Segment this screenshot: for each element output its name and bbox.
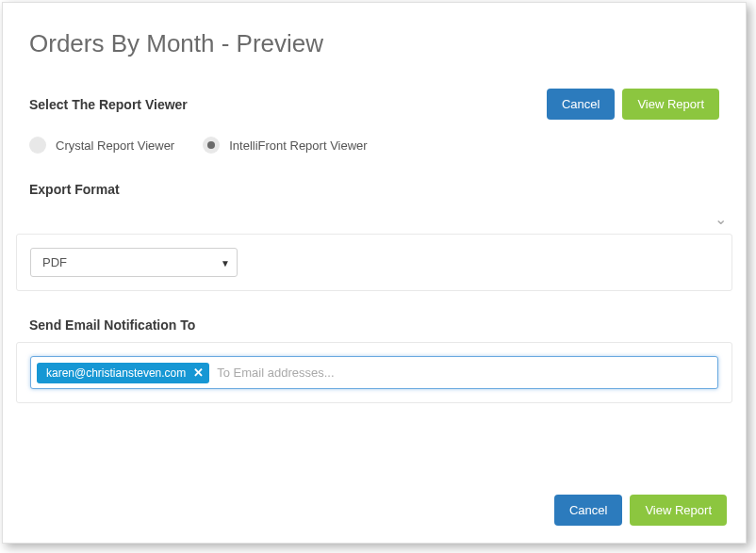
email-chip-text: karen@christiansteven.com	[46, 366, 186, 380]
chevron-down-icon[interactable]: ⌄	[715, 210, 727, 228]
top-button-group: Cancel View Report	[547, 89, 719, 120]
email-section-label: Send Email Notification To	[3, 291, 746, 342]
cancel-button[interactable]: Cancel	[547, 89, 615, 120]
radio-intellifront-viewer[interactable]: IntelliFront Report Viewer	[203, 137, 367, 154]
radio-label-intellifront: IntelliFront Report Viewer	[229, 138, 367, 153]
export-section-label: Export Format	[3, 172, 746, 204]
bottom-button-group: Cancel View Report	[554, 495, 727, 526]
view-report-button[interactable]: View Report	[630, 495, 727, 526]
email-chip: karen@christiansteven.com ✕	[37, 363, 209, 383]
viewer-radio-group: Crystal Report Viewer IntelliFront Repor…	[3, 127, 746, 172]
radio-crystal-viewer[interactable]: Crystal Report Viewer	[29, 137, 174, 154]
radio-icon	[203, 137, 220, 154]
cancel-button[interactable]: Cancel	[554, 495, 622, 526]
viewer-header-row: Select The Report Viewer Cancel View Rep…	[3, 77, 746, 127]
email-panel: karen@christiansteven.com ✕	[16, 342, 732, 403]
preview-dialog: Orders By Month - Preview Select The Rep…	[2, 2, 747, 544]
export-format-panel: PDF ▼	[16, 234, 732, 291]
view-report-button[interactable]: View Report	[622, 89, 719, 120]
email-input[interactable]	[215, 362, 712, 383]
export-format-select[interactable]: PDF	[30, 248, 238, 277]
email-input-container[interactable]: karen@christiansteven.com ✕	[30, 356, 718, 389]
export-format-select-wrap: PDF ▼	[30, 248, 238, 277]
collapse-row: ⌄	[3, 204, 746, 234]
radio-label-crystal: Crystal Report Viewer	[56, 138, 174, 153]
page-title: Orders By Month - Preview	[3, 3, 746, 77]
viewer-section-label: Select The Report Viewer	[29, 97, 188, 112]
close-icon[interactable]: ✕	[193, 366, 204, 379]
radio-icon	[29, 137, 46, 154]
